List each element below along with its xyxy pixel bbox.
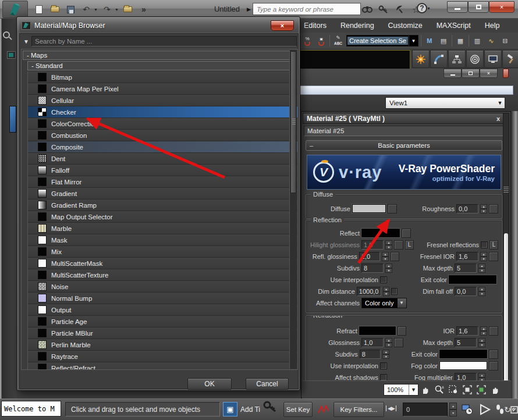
- go-to-start-end-icon[interactable]: ◀▶: [386, 405, 396, 411]
- new-key-curve-icon[interactable]: [315, 403, 331, 417]
- map-list-item[interactable]: Mix: [28, 246, 297, 258]
- dim-distance-field[interactable]: 1000,0: [357, 287, 381, 296]
- schematic-view-icon[interactable]: ⊟: [499, 35, 511, 47]
- editor-minimize-button[interactable]: [444, 69, 462, 78]
- editor-maximize-button[interactable]: [462, 69, 480, 78]
- window-close-button[interactable]: ×: [489, 1, 515, 13]
- map-list-item[interactable]: Mask: [28, 234, 297, 246]
- fresnel-ior-map-button[interactable]: [489, 252, 498, 261]
- material-node-header[interactable]: Material #25 ( VRayMtl ) x: [303, 113, 504, 124]
- window-minimize-button[interactable]: [447, 1, 468, 13]
- affect-shadows-checkbox[interactable]: [380, 374, 387, 381]
- ior-map-button[interactable]: [489, 326, 498, 336]
- play-animation-icon[interactable]: [476, 402, 494, 417]
- fresnel-ior-spinner[interactable]: ▴▾: [480, 252, 487, 261]
- dialog-close-button[interactable]: ×: [271, 20, 294, 31]
- spinner-snap-icon[interactable]: ▣: [315, 35, 327, 47]
- open-file-icon[interactable]: [48, 3, 61, 16]
- parameters-scrollbar-thumb[interactable]: [504, 233, 508, 385]
- save-file-icon[interactable]: [64, 3, 77, 16]
- redo-icon[interactable]: ↷: [101, 3, 113, 16]
- hilight-glossiness-spinner[interactable]: ▴▾: [385, 240, 392, 250]
- browser-scrollbar-thumb[interactable]: [290, 51, 296, 193]
- rendered-frame-window-icon[interactable]: [430, 50, 448, 68]
- map-list-item[interactable]: Map Output Selector: [28, 211, 297, 223]
- refl-subdivs-spinner[interactable]: ▴▾: [385, 264, 392, 273]
- isolate-selection-toggle[interactable]: ▣: [223, 402, 237, 417]
- map-list-item[interactable]: Dent: [28, 153, 297, 165]
- key-icon[interactable]: [377, 3, 390, 16]
- mini-listener-field[interactable]: Welcome to M: [1, 401, 61, 417]
- undo-dropdown-icon[interactable]: ▼: [94, 8, 98, 12]
- add-time-tag[interactable]: Add Ti: [240, 405, 260, 414]
- target-icon[interactable]: [466, 50, 484, 68]
- search-history-icon[interactable]: ▶: [247, 6, 251, 12]
- map-list-item[interactable]: ColorCorrection: [28, 118, 297, 130]
- refl-exit-color-swatch[interactable]: [449, 275, 496, 284]
- toolbar-overflow-icon[interactable]: »: [137, 3, 150, 16]
- search-binoculars-icon[interactable]: [361, 3, 374, 16]
- hilight-glossiness-map-button[interactable]: [394, 240, 403, 250]
- refl-max-depth-spinner[interactable]: ▴▾: [478, 264, 485, 273]
- zoom-tool-icon[interactable]: ±: [432, 383, 446, 397]
- map-list-item[interactable]: Particle Age: [28, 316, 297, 328]
- editor-close-button[interactable]: ×: [480, 69, 498, 78]
- zoom-level-dropdown[interactable]: 100% ▼: [384, 384, 418, 396]
- map-list-item[interactable]: Normal Bump: [28, 293, 297, 304]
- undo-icon[interactable]: ↶: [80, 3, 93, 16]
- ior-spinner[interactable]: ▴▾: [480, 326, 487, 336]
- key-filters-button[interactable]: Key Filters...: [333, 402, 384, 417]
- render-setup-icon[interactable]: [412, 50, 430, 68]
- zoom-extents-icon[interactable]: [460, 383, 474, 397]
- named-selection-set-dropdown[interactable]: Create Selection Se ▼: [346, 35, 418, 47]
- ior-field[interactable]: 1,6: [456, 326, 478, 336]
- dim-fall-off-field[interactable]: 0,0: [455, 287, 477, 296]
- hilight-lock-button[interactable]: L: [405, 240, 414, 250]
- map-list-item[interactable]: Particle MBlur: [28, 328, 297, 339]
- map-list-item[interactable]: MultiScatterMask: [28, 258, 297, 269]
- new-file-icon[interactable]: [33, 3, 45, 16]
- refract-color-swatch[interactable]: [359, 326, 396, 335]
- maximize-viewport-toggle-icon[interactable]: [510, 402, 518, 417]
- fresnel-reflections-checkbox[interactable]: [481, 241, 488, 248]
- current-frame-field[interactable]: 0: [403, 403, 448, 417]
- affect-channels-dropdown[interactable]: Color only ▼: [361, 298, 407, 308]
- map-list-item[interactable]: Marble: [28, 223, 297, 234]
- fog-color-swatch[interactable]: [439, 361, 487, 370]
- view-dropdown[interactable]: View1 ▼: [385, 97, 505, 109]
- zoom-extents-selected-icon[interactable]: [474, 383, 488, 397]
- pan-hand-icon[interactable]: [418, 383, 432, 397]
- menu-item[interactable]: Customize: [388, 22, 423, 30]
- browser-search-input[interactable]: [31, 36, 297, 47]
- percent-snap-icon[interactable]: %: [301, 35, 313, 47]
- material-header-close-icon[interactable]: x: [496, 115, 500, 122]
- refr-subdivs-spinner[interactable]: ▴▾: [382, 350, 389, 359]
- refl-glossiness-spinner[interactable]: ▴▾: [382, 252, 388, 261]
- menu-item[interactable]: MAXScript: [437, 22, 471, 30]
- redo-dropdown-icon[interactable]: ▼: [115, 8, 119, 12]
- map-list-item[interactable]: Bitmap: [28, 72, 297, 83]
- refr-glossiness-spinner[interactable]: ▴▾: [385, 338, 392, 347]
- fresnel-ior-field[interactable]: 1,6: [456, 252, 478, 261]
- map-list-item[interactable]: Raytrace: [28, 351, 297, 362]
- refl-glossiness-map-button[interactable]: [391, 252, 399, 261]
- graphite-toolbar-icon[interactable]: ▥: [471, 35, 483, 47]
- help-dropdown-icon[interactable]: ▼: [427, 6, 431, 10]
- reflect-map-button[interactable]: [402, 229, 411, 238]
- dim-distance-spinner[interactable]: ▴▾: [383, 287, 389, 296]
- refr-max-depth-field[interactable]: 5: [455, 338, 477, 347]
- refr-subdivs-field[interactable]: 8: [360, 350, 381, 359]
- pan-hand-alt-icon[interactable]: [488, 383, 502, 397]
- map-list-item[interactable]: Cellular: [28, 95, 297, 106]
- map-list-item[interactable]: Camera Map Per Pixel: [28, 83, 297, 95]
- dim-fall-off-spinner[interactable]: ▴▾: [478, 287, 485, 296]
- diffuse-map-button[interactable]: [388, 204, 397, 213]
- curve-editor-icon[interactable]: ∿: [485, 35, 497, 47]
- map-list-item[interactable]: Reflect/Refract: [28, 362, 297, 370]
- window-maximize-button[interactable]: [468, 1, 489, 13]
- roughness-map-button[interactable]: [489, 204, 498, 213]
- standard-group-header[interactable]: - Standard: [27, 61, 296, 70]
- map-list-item[interactable]: Checker: [28, 106, 297, 118]
- diffuse-color-swatch[interactable]: [352, 204, 386, 213]
- zoom-region-icon[interactable]: [446, 383, 460, 397]
